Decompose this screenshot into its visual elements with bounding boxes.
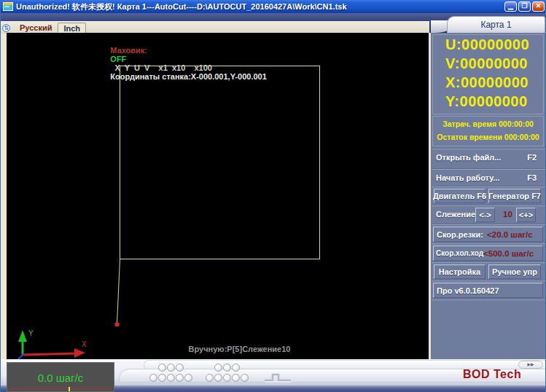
- title-bar: Unauthorized! 软件未授权! Карта 1---AutoCut--…: [1, 0, 546, 13]
- brand-logo: BOD Tech: [463, 368, 521, 381]
- expand-button[interactable]: ▶▶: [518, 361, 543, 369]
- pulse-waveform-icon: [263, 372, 292, 383]
- indicator-light-group: [149, 374, 192, 382]
- start-point-marker: [115, 323, 120, 326]
- version-label: Про v6.0.160427: [437, 286, 499, 295]
- coord-x: X:00000000: [433, 73, 543, 92]
- idle-speed-row: Скор.хол.ход <500.0 шаг/с: [431, 244, 546, 263]
- generator-button[interactable]: Генератор F7: [488, 189, 541, 203]
- minimize-button[interactable]: ▁: [504, 1, 517, 12]
- tab-map-1[interactable]: Карта 1: [447, 16, 545, 33]
- indicator-light: [223, 374, 231, 382]
- idle-speed-label: Скор.хол.ход: [436, 249, 483, 257]
- indicator-light: [167, 364, 175, 372]
- indicator-light: [158, 364, 166, 372]
- open-file-hotkey: F2: [527, 153, 537, 162]
- indicator-light: [214, 374, 222, 382]
- start-work-hotkey: F3: [527, 173, 537, 182]
- tab-inch[interactable]: Inch: [58, 23, 86, 34]
- window-title: Unauthorized! 软件未授权! Карта 1---AutoCut--…: [16, 1, 347, 12]
- remaining-time: Остаток времени 000:00:00: [433, 132, 543, 143]
- motor-generator-row: Двигатель F6 Генератор F7: [431, 187, 546, 206]
- y-axis-label: Y: [28, 329, 34, 337]
- toolpath-rectangle: [120, 66, 320, 259]
- language-tab-strip: ⇅ Русский Inch: [1, 21, 429, 34]
- tracking-label: Слежение: [436, 210, 475, 219]
- indicator-light: [223, 364, 231, 372]
- indicator-lights-row-1: [158, 364, 270, 372]
- drawing-canvas[interactable]: Y X Маховик: OFF X Y U V x1 x10 x100 Коо…: [7, 33, 429, 359]
- version-row: Про v6.0.160427: [431, 281, 546, 300]
- indicator-light: [176, 364, 184, 372]
- idle-speed-value: <500.0 шаг/с: [483, 249, 534, 258]
- close-button[interactable]: ✕: [532, 1, 545, 12]
- current-speed-value: 0.0 шаг/с: [7, 372, 114, 384]
- cut-speed-label: Скор.резки:: [437, 230, 483, 239]
- spin-icon[interactable]: ⇅: [2, 24, 10, 32]
- y-axis-arrowhead: [18, 330, 27, 342]
- canvas-status-line: Маховик: OFF X Y U V x1 x10 x100 Координ…: [97, 37, 267, 90]
- cut-speed-box[interactable]: Скор.резки: <20.0 шаг/с: [433, 227, 543, 242]
- elapsed-time: Затрач. время 000:00:00: [433, 119, 543, 130]
- indicator-light: [167, 374, 175, 382]
- indicator-light: [149, 374, 157, 382]
- tracking-decrease-button[interactable]: <->: [475, 208, 495, 222]
- control-panel: U:00000000 V:00000000 X:00000000 Y:00000…: [429, 33, 546, 359]
- speed-graph-panel: 0.0 шаг/с: [7, 362, 114, 392]
- handwheel-state: OFF: [110, 55, 126, 63]
- coord-y: Y:00000000: [433, 92, 543, 111]
- tracking-value: 10: [503, 210, 512, 219]
- cut-speed-row: Скор.резки: <20.0 шаг/с: [431, 225, 546, 244]
- version-button[interactable]: Про v6.0.160427: [433, 283, 543, 298]
- indicator-light: [241, 374, 249, 382]
- indicator-light: [232, 374, 240, 382]
- open-file-row[interactable]: Открыть файл... F2: [431, 149, 546, 168]
- indicator-light: [214, 364, 222, 372]
- restore-button[interactable]: ❐: [518, 1, 531, 12]
- tracking-increase-button[interactable]: <+>: [516, 208, 536, 222]
- open-file-button[interactable]: Открыть файл...: [436, 153, 501, 162]
- settings-button[interactable]: Настройка: [434, 264, 485, 279]
- lead-in-line: [117, 259, 120, 324]
- indicator-light: [184, 374, 192, 382]
- speed-graph-baseline: [9, 388, 112, 389]
- coord-v: V:00000000: [433, 54, 543, 73]
- x-axis-arrow: [23, 353, 77, 355]
- separator: [432, 299, 546, 300]
- manual-control-button[interactable]: Ручное упр: [488, 264, 541, 279]
- time-display: Затрач. время 000:00:00 Остаток времени …: [432, 116, 544, 146]
- indicator-light-group: [206, 374, 249, 382]
- indicator-light: [176, 374, 184, 382]
- tab-language[interactable]: Русский: [14, 23, 58, 32]
- map-tab-area: Карта 1: [429, 13, 546, 33]
- z-axis-arrow: [15, 353, 24, 359]
- coordinate-display: U:00000000 V:00000000 X:00000000 Y:00000…: [432, 34, 544, 114]
- start-work-button[interactable]: Начать работу...: [436, 173, 500, 182]
- motor-button[interactable]: Двигатель F6: [434, 189, 485, 203]
- indicator-lights-row-2: [149, 374, 262, 382]
- indicator-light-group: [158, 364, 184, 372]
- handwheel-label: Маховик:: [110, 46, 147, 55]
- cut-speed-value: <20.0 шаг/с: [487, 230, 533, 239]
- axes-multipliers: X Y U V x1 x10 x100: [110, 63, 221, 72]
- indicator-light: [232, 364, 240, 372]
- indicator-light-group: [214, 364, 240, 372]
- mode-status-text: Вручную:P[5]Слежение10: [50, 345, 429, 353]
- coord-u: U:00000000: [433, 35, 543, 54]
- indicator-light: [206, 374, 214, 382]
- speed-graph-cursor: [69, 387, 70, 392]
- application-window: Unauthorized! 软件未授权! Карта 1---AutoCut--…: [0, 0, 546, 392]
- bottom-status-bar: 0.0 шаг/с ▶▶ BOD Tech: [1, 359, 546, 392]
- machine-coordinates: Координаты станка:X-000.001,Y-000.001: [110, 72, 266, 81]
- indicator-light: [158, 374, 166, 382]
- app-icon: [3, 2, 13, 11]
- tracking-row: Слежение <-> 10 <+>: [431, 206, 546, 225]
- idle-speed-box[interactable]: Скор.хол.ход <500.0 шаг/с: [433, 246, 543, 261]
